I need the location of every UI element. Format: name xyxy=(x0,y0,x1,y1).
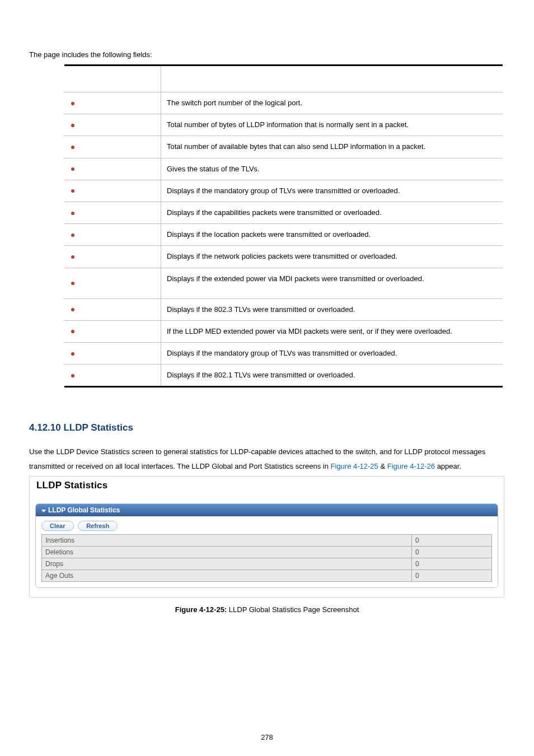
stat-label: Drops xyxy=(42,558,412,570)
screenshot-box: LLDP Statistics LLDP Global Statistics C… xyxy=(29,476,504,598)
table-row: Total number of available bytes that can… xyxy=(64,136,503,158)
screenshot-title: LLDP Statistics xyxy=(30,477,504,497)
table-row: If the LLDP MED extended power via MDI p… xyxy=(64,320,503,342)
stat-value: 0 xyxy=(412,547,492,558)
row-desc: Gives the status of the TLVs. xyxy=(161,158,503,180)
bullet-icon xyxy=(71,124,74,127)
row-desc: Displays if the mandatory group of TLVs … xyxy=(161,180,503,202)
table-row: Insertions 0 xyxy=(42,535,492,547)
bullet-icon xyxy=(71,234,74,237)
row-desc: The switch port number of the logical po… xyxy=(161,92,503,114)
bullet-icon xyxy=(71,282,74,285)
table-row: Displays if the 802.3 TLVs were transmit… xyxy=(64,298,503,320)
para-suffix: appear. xyxy=(435,462,461,470)
row-desc: Displays if the 802.3 TLVs were transmit… xyxy=(161,298,503,320)
table-row: Total number of bytes of LLDP informatio… xyxy=(64,114,503,136)
section-heading: 4.12.10 LLDP Statistics xyxy=(29,422,505,433)
figure-link-2[interactable]: Figure 4-12-26 xyxy=(387,462,435,470)
bullet-icon xyxy=(71,102,74,105)
table-row: Displays if the mandatory group of TLVs … xyxy=(64,180,503,202)
figure-link-1[interactable]: Figure 4-12-25 xyxy=(331,462,378,470)
table-row: Drops 0 xyxy=(42,558,492,570)
row-desc: If the LLDP MED extended power via MDI p… xyxy=(161,320,503,342)
stat-value: 0 xyxy=(412,570,492,582)
row-desc: Total number of bytes of LLDP informatio… xyxy=(161,114,503,136)
bullet-icon xyxy=(71,352,74,356)
table-row: Age Outs 0 xyxy=(42,570,492,582)
table-row: Gives the status of the TLVs. xyxy=(64,158,503,180)
table-row: Displays if the mandatory group of TLVs … xyxy=(64,343,503,365)
table-row: Displays if the capabilities packets wer… xyxy=(64,202,503,223)
para-mid: & xyxy=(378,462,387,470)
table-row: Deletions 0 xyxy=(42,547,492,558)
refresh-button[interactable]: Refresh xyxy=(78,521,118,531)
table-row: Displays if the location packets were tr… xyxy=(64,224,503,246)
row-desc: Displays if the extended power via MDI p… xyxy=(161,268,503,298)
stat-value: 0 xyxy=(412,535,492,547)
bullet-icon xyxy=(71,167,74,171)
stat-label: Age Outs xyxy=(42,570,412,582)
global-stats-panel: LLDP Global Statistics Clear Refresh Ins… xyxy=(35,503,498,588)
table-row: Displays if the 802.1 TLVs were transmit… xyxy=(64,365,503,387)
clear-button[interactable]: Clear xyxy=(41,521,74,531)
chevron-down-icon xyxy=(41,510,46,512)
row-desc: Displays if the mandatory group of TLVs … xyxy=(161,343,503,365)
bullet-icon xyxy=(71,374,74,377)
table-row: Displays if the network policies packets… xyxy=(64,246,503,268)
header-description xyxy=(161,66,503,92)
page-number: 278 xyxy=(0,733,534,741)
bullet-icon xyxy=(71,255,74,259)
caption-prefix: Figure 4-12-25: xyxy=(175,605,227,614)
stats-table: Insertions 0 Deletions 0 Drops 0 Age Out… xyxy=(41,534,492,582)
bullet-icon xyxy=(71,330,74,333)
stat-label: Insertions xyxy=(42,535,412,547)
row-desc: Displays if the 802.1 TLVs were transmit… xyxy=(161,365,503,387)
header-object xyxy=(64,66,161,92)
intro-text: The page includes the following fields: xyxy=(29,50,505,59)
bullet-icon xyxy=(71,212,74,215)
figure-caption: Figure 4-12-25: LLDP Global Statistics P… xyxy=(29,605,505,614)
row-desc: Total number of available bytes that can… xyxy=(161,136,503,158)
fields-table: The switch port number of the logical po… xyxy=(64,64,503,388)
bullet-icon xyxy=(71,189,74,193)
panel-header[interactable]: LLDP Global Statistics xyxy=(36,504,498,516)
row-desc: Displays if the location packets were tr… xyxy=(161,224,503,246)
section-paragraph: Use the LLDP Device Statistics screen to… xyxy=(29,445,505,474)
bullet-icon xyxy=(71,146,74,149)
bullet-icon xyxy=(71,308,74,311)
stat-label: Deletions xyxy=(42,547,412,558)
table-row: The switch port number of the logical po… xyxy=(64,92,503,114)
row-desc: Displays if the network policies packets… xyxy=(161,246,503,268)
panel-title: LLDP Global Statistics xyxy=(48,506,120,514)
stat-value: 0 xyxy=(412,558,492,570)
table-row: Displays if the extended power via MDI p… xyxy=(64,268,503,298)
row-desc: Displays if the capabilities packets wer… xyxy=(161,202,503,223)
caption-text: LLDP Global Statistics Page Screenshot xyxy=(227,605,359,614)
